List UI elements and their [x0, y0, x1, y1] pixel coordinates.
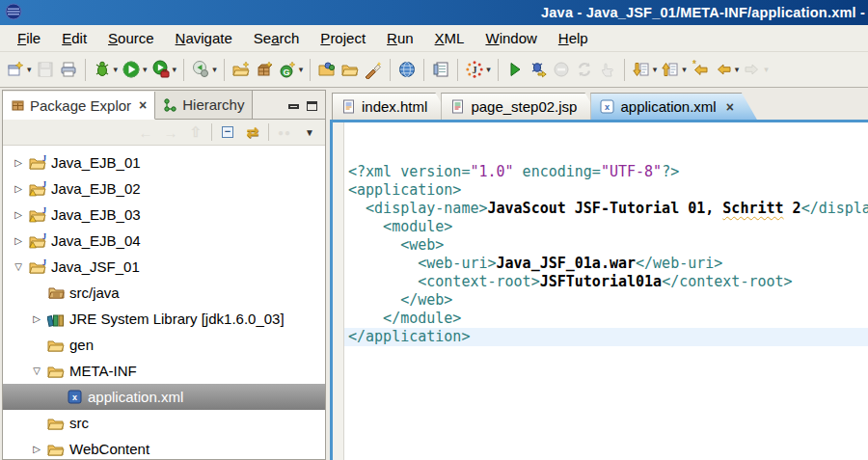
tree-item-java-ejb-03[interactable]: ▷ J Java_EJB_03 [3, 202, 325, 228]
collapse-all-button[interactable]: − [218, 122, 237, 142]
menu-project[interactable]: Project [311, 27, 375, 49]
close-icon[interactable]: × [726, 99, 734, 115]
new-java-project-button[interactable] [230, 55, 253, 84]
svg-text:*: * [692, 60, 696, 69]
code-line: <context-root>JSFTutorial01a</context-ro… [344, 273, 868, 291]
tree-item-src[interactable]: src [3, 410, 325, 436]
menu-search[interactable]: Search [244, 27, 310, 49]
refresh-button[interactable] [573, 55, 596, 84]
tab-hierarchy[interactable]: Hierarchy [155, 91, 253, 119]
new-package-button[interactable] [253, 55, 276, 84]
menu-help[interactable]: Help [549, 27, 598, 49]
next-annotation-button[interactable]: ▾ [630, 55, 660, 84]
menu-window[interactable]: Window [475, 27, 546, 49]
debug-current-button[interactable] [527, 55, 550, 84]
task-list-button[interactable] [429, 55, 452, 84]
source-folder-icon [48, 285, 65, 300]
svg-text:J: J [42, 155, 46, 163]
expand-collapsed-icon[interactable]: ▷ [27, 444, 46, 454]
open-folder-button[interactable] [339, 55, 362, 84]
explorer-up-button[interactable]: ⇧ [186, 122, 205, 142]
last-edit-location-button[interactable]: * [689, 55, 712, 84]
new-wizard-button[interactable]: ▾ [4, 55, 34, 84]
next-annotation-icon [632, 60, 651, 79]
minimize-view-icon[interactable] [288, 104, 299, 109]
code-line: <application> [344, 181, 868, 200]
menu-file[interactable]: File [8, 27, 50, 49]
tab-package-explorer[interactable]: Package Explor × [3, 92, 155, 120]
expand-collapsed-icon[interactable]: ▷ [9, 209, 28, 220]
debug-button[interactable]: ▾ [91, 55, 121, 84]
print-button[interactable] [57, 55, 80, 84]
stop-button[interactable] [550, 55, 573, 84]
expand-collapsed-icon[interactable]: ▷ [9, 157, 28, 168]
tree-item-webcontent[interactable]: ▷ WebContent [3, 436, 325, 459]
expand-collapsed-icon[interactable]: ▷ [9, 183, 28, 194]
new-class-button[interactable]: G ▾ [276, 55, 306, 84]
view-menu-button[interactable]: ▼ [300, 122, 319, 142]
tab-application-xml[interactable]: x application.xml × [590, 93, 756, 120]
expand-expanded-icon[interactable]: ▽ [9, 261, 28, 272]
forward-button[interactable]: ▾ [741, 55, 771, 84]
menu-navigate[interactable]: Navigate [166, 27, 242, 49]
package-explorer-icon [11, 98, 25, 113]
java-project-folder-warning-icon: J [29, 233, 46, 249]
window-title: Java - Java_JSF_01/META-INF/application.… [22, 5, 865, 20]
menu-edit[interactable]: Edit [52, 27, 96, 49]
tab-index-html[interactable]: index.html [332, 93, 450, 120]
title-bar[interactable]: Java - Java_JSF_01/META-INF/application.… [0, 0, 868, 25]
save-icon [36, 60, 55, 79]
web-browser-button[interactable] [395, 55, 419, 84]
maximize-view-icon[interactable] [307, 101, 317, 111]
close-icon[interactable]: × [139, 97, 147, 113]
run-jsp-button[interactable] [503, 55, 527, 84]
tree-item-jre-system-library[interactable]: ▷ JRE System Library [jdk1.6.0_03] [3, 306, 325, 332]
tree-item-java-ejb-01[interactable]: ▷ J Java_EJB_01 [3, 149, 325, 176]
annotation-ruler[interactable] [333, 122, 344, 460]
tab-label: Hierarchy [182, 96, 244, 113]
expand-collapsed-icon[interactable]: ▷ [27, 313, 46, 324]
explorer-back-button[interactable]: ← [136, 122, 155, 142]
select-pointer-button[interactable] [596, 55, 619, 84]
menu-run[interactable]: Run [377, 27, 423, 49]
code-line: </web> [344, 291, 868, 310]
open-type-icon [317, 60, 337, 79]
expand-collapsed-icon[interactable]: ▷ [9, 235, 28, 246]
tab-label: page_step02.jsp [471, 98, 577, 115]
expand-expanded-icon[interactable]: ▽ [27, 365, 46, 376]
tree-item-meta-inf[interactable]: ▽ META-INF [3, 358, 325, 384]
java-application-button[interactable]: J ▾ [463, 55, 493, 84]
menu-source[interactable]: Source [98, 27, 164, 49]
java-project-folder-warning-icon: J [29, 181, 46, 197]
explorer-forward-button[interactable]: → [161, 122, 180, 142]
code-line: <display-name>JavaScout JSF-Tutorial 01,… [344, 200, 868, 218]
run-on-server-button[interactable]: ▾ [189, 55, 219, 84]
link-with-editor-button[interactable]: ⇄ [243, 122, 262, 142]
tree-item-java-ejb-04[interactable]: ▷ J Java_EJB_04 [3, 228, 325, 254]
external-tools-button[interactable]: ▾ [149, 55, 179, 84]
tree-item-java-ejb-02[interactable]: ▷ J Java_EJB_02 [3, 176, 325, 202]
menu-bar: File Edit Source Navigate Search Project… [0, 25, 868, 52]
wand-button[interactable] [362, 55, 385, 84]
save-button[interactable] [34, 55, 57, 84]
tree-item-src-java[interactable]: src/java [3, 280, 325, 306]
code-area[interactable]: <?xml version="1.0" encoding="UTF-8"?><a… [344, 122, 868, 460]
library-icon [47, 311, 65, 327]
main-toolbar: ▾ ▾ ▾ ▾ ▾ [0, 52, 868, 88]
package-explorer-view: Package Explor × Hierarchy ← → ⇧ − [2, 90, 326, 460]
menu-xml[interactable]: XML [425, 27, 475, 49]
open-type-button[interactable] [315, 55, 339, 84]
eclipse-logo-icon[interactable] [5, 3, 22, 23]
forward-icon [743, 60, 762, 79]
back-button[interactable]: ▾ [712, 55, 742, 84]
tab-page-step02-jsp[interactable]: page_step02.jsp [441, 93, 600, 120]
tree-item-application-xml[interactable]: x application.xml [3, 384, 325, 410]
tree-item-gen[interactable]: gen [3, 332, 325, 358]
previous-annotation-button[interactable]: ▾ [659, 55, 689, 84]
web-browser-icon [397, 60, 417, 79]
tree-item-java-jsf-01[interactable]: ▽ J Java_JSF_01 [3, 254, 325, 280]
run-button[interactable]: ▾ [120, 55, 149, 84]
svg-text:J: J [42, 207, 46, 215]
focus-button[interactable]: ●● [275, 122, 294, 142]
java-project-folder-icon: J [29, 259, 46, 275]
